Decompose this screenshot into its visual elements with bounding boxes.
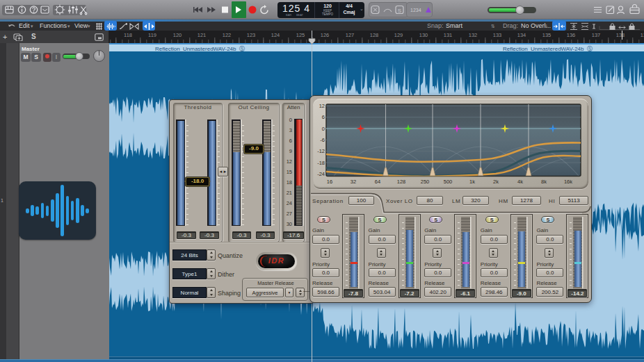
svg-text:2k: 2k xyxy=(493,179,499,185)
svg-text:500: 500 xyxy=(444,179,453,185)
svg-text:128: 128 xyxy=(397,179,406,185)
svg-text:16: 16 xyxy=(327,179,332,185)
svg-text:6: 6 xyxy=(322,114,325,120)
svg-text:12: 12 xyxy=(319,103,325,109)
svg-text:S: S xyxy=(398,8,401,14)
svg-text:16k: 16k xyxy=(564,179,572,185)
svg-text:-6: -6 xyxy=(320,137,325,143)
svg-text:64: 64 xyxy=(375,179,380,185)
svg-text:4k: 4k xyxy=(517,179,523,185)
svg-text:-18: -18 xyxy=(317,160,325,166)
svg-text:-12: -12 xyxy=(317,148,325,154)
svg-text:1k: 1k xyxy=(469,179,475,185)
svg-text:0: 0 xyxy=(322,126,325,132)
svg-text:250: 250 xyxy=(421,179,430,185)
svg-text:-24: -24 xyxy=(317,171,325,177)
svg-text:32: 32 xyxy=(351,179,356,185)
svg-text:8k: 8k xyxy=(541,179,547,185)
svg-text:1234: 1234 xyxy=(410,8,421,13)
